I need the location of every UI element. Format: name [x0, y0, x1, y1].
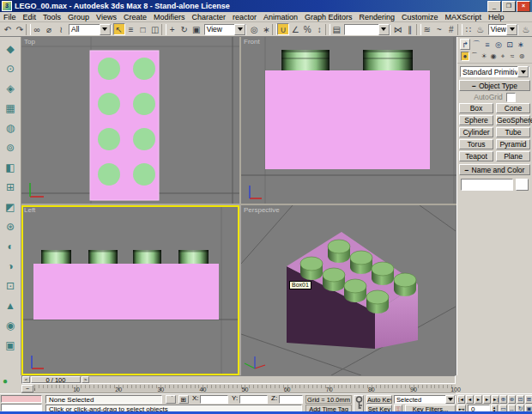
object-type-button[interactable]: Sphere — [459, 115, 493, 125]
object-type-button[interactable]: Box — [459, 103, 493, 113]
undo-icon[interactable]: ↶ — [2, 23, 14, 35]
name-color-rollout[interactable]: − Name and Color — [459, 164, 530, 175]
absolute-offset-toggle[interactable]: ⊞ — [178, 395, 189, 404]
close-button[interactable]: × — [517, 1, 530, 12]
primitive-category-dropdown[interactable]: Standard Primitives — [460, 66, 529, 77]
viewport-perspective[interactable]: Perspective Box01 — [241, 205, 456, 375]
select-object-icon[interactable]: ↖ — [113, 23, 125, 35]
object-type-button[interactable]: Torus — [459, 139, 493, 149]
set-keys-button[interactable] — [354, 395, 364, 413]
previous-frame-arrow[interactable]: < — [22, 376, 30, 383]
zoom-extents-all-icon[interactable]: ⊞ — [525, 395, 532, 404]
viewport-top[interactable]: Top — [21, 37, 239, 204]
select-by-name-icon[interactable]: ≡ — [125, 23, 137, 35]
reactor-toolbar-icon[interactable]: ▦ — [2, 98, 19, 118]
menu-item[interactable]: reactor — [229, 13, 260, 21]
viewport-label[interactable]: Left — [24, 206, 35, 214]
selection-region-icon[interactable]: □ — [137, 23, 149, 35]
angle-snap-icon[interactable]: ∠ — [289, 23, 301, 35]
restore-button[interactable]: ❐ — [502, 1, 516, 12]
auto-key-button[interactable]: Auto Key — [366, 395, 392, 404]
select-manipulate-icon[interactable]: ∗ — [260, 23, 272, 35]
window-crossing-icon[interactable]: ◫ — [149, 23, 161, 35]
next-frame-arrow[interactable]: > — [82, 376, 89, 383]
render-scene-icon[interactable]: ♨ — [475, 23, 487, 35]
select-rotate-icon[interactable]: ↻ — [178, 23, 190, 35]
mini-curve-editor-button[interactable]: ~ — [21, 385, 33, 393]
menu-item[interactable]: Character — [188, 13, 229, 21]
viewport-top-canvas[interactable] — [21, 37, 239, 204]
menu-item[interactable]: Tools — [39, 13, 64, 21]
object-type-button[interactable]: Tube — [496, 127, 530, 137]
viewport-left-canvas[interactable] — [21, 205, 239, 375]
previous-frame-button[interactable]: ◄ — [466, 395, 474, 404]
viewport-front-canvas[interactable] — [241, 37, 456, 204]
z-coordinate-field[interactable] — [279, 395, 303, 404]
schematic-view-icon[interactable]: # — [445, 23, 457, 35]
menu-item[interactable]: Rendering — [356, 13, 399, 21]
reactor-toolbar-icon[interactable]: ⊡ — [2, 276, 19, 295]
select-and-link-icon[interactable]: ∞ — [31, 23, 43, 35]
subtab-lights-icon[interactable]: ☀ — [480, 52, 488, 61]
reactor-toolbar-icon[interactable]: ◧ — [2, 157, 19, 177]
dropdown-arrow-icon[interactable] — [445, 395, 455, 404]
subtab-spacewarps-icon[interactable]: ≈ — [508, 52, 517, 61]
trackbar-ruler[interactable]: 102030405060708090100 — [34, 385, 456, 393]
viewport-front[interactable]: Front — [241, 37, 456, 204]
maxscript-mini-listener[interactable] — [1, 404, 42, 411]
zoom-icon[interactable]: ⊕ — [499, 395, 507, 404]
go-to-start-button[interactable]: |◄ — [457, 395, 465, 404]
coordinate-system-dropdown[interactable]: View — [204, 24, 247, 35]
time-slider[interactable]: < 0 / 100 > — [21, 375, 456, 384]
reactor-toolbar-icon[interactable]: ⊞ — [2, 177, 19, 197]
menu-item[interactable]: Help — [485, 13, 508, 21]
zoom-extents-icon[interactable]: ⊡ — [517, 395, 524, 404]
align-icon[interactable]: ∥ — [404, 23, 416, 35]
object-name-input[interactable] — [461, 179, 513, 191]
menu-item[interactable]: Animation — [260, 13, 301, 21]
viewport-label[interactable]: Perspective — [244, 206, 280, 214]
redo-icon[interactable]: ↷ — [14, 23, 26, 35]
reactor-toolbar-icon[interactable]: ⊙ — [2, 58, 19, 78]
reactor-toolbar-icon[interactable]: ⊛ — [2, 216, 19, 236]
subtab-geometry-icon[interactable]: ● — [461, 52, 469, 61]
named-selection-sets-icon[interactable]: ▤ — [330, 23, 342, 35]
dropdown-arrow-icon[interactable] — [506, 24, 517, 35]
layer-manager-icon[interactable]: ≋ — [421, 23, 433, 35]
reactor-toolbar-icon[interactable]: ▣ — [2, 335, 19, 355]
minimize-button[interactable]: _ — [487, 1, 501, 12]
use-pivot-center-icon[interactable]: ◎ — [248, 23, 260, 35]
tab-motion-icon[interactable]: ◎ — [493, 39, 504, 50]
subtab-helpers-icon[interactable]: ⌖ — [499, 52, 507, 61]
object-type-button[interactable]: GeoSphere — [496, 115, 530, 125]
object-type-button[interactable]: Cylinder — [459, 127, 493, 137]
menu-item[interactable]: Views — [93, 13, 120, 21]
tab-modify-icon[interactable]: ⌒ — [471, 39, 481, 50]
reactor-toolbar-icon[interactable]: ◑ — [2, 256, 19, 276]
object-type-button[interactable]: Plane — [496, 151, 530, 161]
maxscript-macro-recorder[interactable] — [1, 395, 42, 403]
autogrid-checkbox[interactable] — [506, 93, 516, 102]
spinner-snap-icon[interactable]: ↕ — [313, 23, 325, 35]
object-color-swatch[interactable] — [516, 179, 529, 191]
curve-editor-icon[interactable]: ~ — [433, 23, 445, 35]
render-type-dropdown[interactable]: View — [488, 24, 518, 35]
reactor-toolbar-icon[interactable]: ◍ — [2, 118, 19, 137]
percent-snap-icon[interactable]: % — [301, 23, 313, 35]
reactor-toolbar-icon[interactable]: ▲ — [2, 295, 19, 315]
reactor-toolbar-icon[interactable]: ◆ — [2, 39, 19, 58]
viewport-label[interactable]: Top — [24, 38, 35, 46]
menu-item[interactable]: Group — [64, 13, 93, 21]
viewport-label[interactable]: Front — [244, 38, 260, 46]
material-editor-icon[interactable]: ∷ — [462, 23, 475, 35]
y-coordinate-field[interactable] — [239, 395, 268, 404]
object-type-rollout[interactable]: − Object Type — [459, 80, 530, 91]
reactor-toolbar-icon[interactable]: ⊚ — [2, 137, 19, 157]
quick-render-icon[interactable]: ♨ — [520, 23, 532, 35]
go-to-end-button[interactable]: ►| — [492, 395, 499, 404]
track-bar[interactable]: ~ 102030405060708090100 — [21, 385, 456, 393]
unlink-selection-icon[interactable]: ⌀ — [43, 23, 55, 35]
selection-filter-dropdown[interactable]: All — [69, 24, 112, 35]
next-frame-button[interactable]: ► — [483, 395, 491, 404]
x-coordinate-field[interactable] — [200, 395, 228, 404]
